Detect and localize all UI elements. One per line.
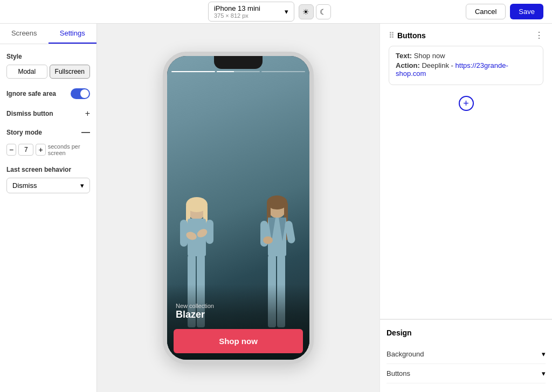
style-toggle: Modal Fullscreen	[6, 65, 90, 79]
device-selector[interactable]: iPhone 13 mini 375 × 812 px ▾	[208, 2, 294, 22]
button-text-key: Text:	[396, 52, 412, 60]
svg-rect-5	[180, 220, 188, 247]
story-mode-row: Story mode —	[6, 128, 90, 137]
seconds-decrease-button[interactable]: −	[6, 144, 16, 156]
progress-bar-3	[261, 71, 305, 72]
buttons-header: ⠿ Buttons ⋮	[389, 30, 543, 40]
main-layout: Screens Settings Style Modal Fullscreen …	[0, 24, 552, 392]
seconds-input[interactable]	[18, 144, 33, 156]
add-dismiss-button-icon[interactable]: +	[85, 109, 90, 118]
theme-light-button[interactable]: ☀	[299, 4, 314, 19]
sidebar-tabs: Screens Settings	[0, 24, 96, 44]
button-action-type: Deeplink -	[422, 61, 453, 69]
tab-screens[interactable]: Screens	[0, 24, 49, 44]
dismiss-button-label: Dismiss button	[6, 110, 53, 117]
button-action-row: Action: Deeplink - https://23grande-shop…	[396, 61, 536, 78]
design-background-label: Background	[387, 350, 424, 358]
tab-settings[interactable]: Settings	[49, 24, 97, 44]
phone-collection-label: New collection	[176, 303, 301, 309]
design-title: Design	[387, 328, 546, 337]
story-mode-group: Story mode — − + seconds per screen	[6, 128, 90, 156]
save-button[interactable]: Save	[510, 4, 543, 19]
ignore-safe-area-label: Ignore safe area	[6, 90, 56, 97]
device-size: 375 × 812 px	[214, 12, 280, 19]
story-mode-label: Story mode	[6, 129, 42, 136]
phone-mockup: New collection Blazer Shop now	[163, 52, 314, 364]
button-item: Text: Shop now Action: Deeplink - https:…	[389, 46, 543, 85]
buttons-title-text: Buttons	[397, 31, 426, 40]
more-options-icon[interactable]: ⋮	[535, 30, 543, 40]
svg-point-20	[263, 236, 273, 244]
chevron-down-icon: ▾	[542, 350, 546, 358]
design-buttons-label: Buttons	[387, 369, 410, 377]
phone-shop-button[interactable]: Shop now	[174, 329, 303, 353]
ignore-safe-area-toggle[interactable]	[71, 88, 90, 99]
settings-sidebar: Screens Settings Style Modal Fullscreen …	[0, 24, 97, 392]
ignore-safe-area-group: Ignore safe area	[6, 88, 90, 99]
design-panel: Design Background ▾ Buttons ▾	[380, 319, 552, 392]
topbar-actions: Cancel Save	[466, 4, 543, 19]
collapse-story-icon[interactable]: —	[81, 128, 90, 137]
last-screen-label: Last screen behavior	[6, 166, 90, 173]
topbar: iPhone 13 mini 375 × 812 px ▾ ☀ ☾ Cancel…	[0, 0, 552, 24]
topbar-center: iPhone 13 mini 375 × 812 px ▾ ☀ ☾	[208, 2, 331, 22]
add-button-icon[interactable]: +	[459, 96, 474, 111]
button-text-row: Text: Shop now	[396, 52, 536, 60]
design-background-item[interactable]: Background ▾	[387, 345, 546, 364]
dismiss-button-group: Dismiss button +	[6, 109, 90, 118]
design-buttons-item[interactable]: Buttons ▾	[387, 364, 546, 383]
progress-bar-2	[217, 71, 260, 72]
ignore-safe-area-row: Ignore safe area	[6, 88, 90, 99]
device-name: iPhone 13 mini	[214, 4, 280, 12]
seconds-label: seconds per screen	[48, 143, 90, 156]
last-screen-value: Dismiss	[12, 181, 37, 190]
seconds-increase-button[interactable]: +	[36, 144, 45, 156]
chevron-down-icon: ▾	[285, 8, 288, 16]
phone-progress-bars	[171, 71, 305, 72]
theme-toggle: ☀ ☾	[299, 4, 331, 19]
last-screen-dropdown[interactable]: Dismiss ▾	[6, 178, 90, 193]
phone-product-name: Blazer	[176, 309, 301, 320]
style-modal-button[interactable]: Modal	[6, 65, 47, 79]
buttons-section: ⠿ Buttons ⋮ Text: Shop now Action: Deepl…	[380, 24, 552, 319]
style-label: Style	[6, 53, 90, 60]
chevron-down-icon: ▾	[542, 369, 546, 377]
button-text-value: Shop now	[414, 52, 445, 60]
phone-notch	[214, 56, 263, 69]
style-group: Style Modal Fullscreen	[6, 53, 90, 79]
buttons-config-panel: ⠿ Buttons ⋮ Text: Shop now Action: Deepl…	[380, 24, 552, 392]
theme-dark-button[interactable]: ☾	[316, 4, 331, 19]
buttons-title: ⠿ Buttons	[389, 31, 426, 40]
button-action-key: Action:	[396, 61, 420, 69]
style-fullscreen-button[interactable]: Fullscreen	[50, 65, 91, 79]
drag-icon: ⠿	[389, 31, 394, 40]
cancel-button[interactable]: Cancel	[466, 4, 506, 19]
chevron-down-icon: ▾	[80, 181, 84, 190]
sidebar-content: Style Modal Fullscreen Ignore safe area …	[0, 44, 96, 202]
seconds-control: − + seconds per screen	[6, 143, 90, 156]
last-screen-group: Last screen behavior Dismiss ▾	[6, 166, 90, 193]
progress-bar-1	[171, 71, 215, 72]
dismiss-button-row: Dismiss button +	[6, 109, 90, 118]
canvas: New collection Blazer Shop now	[97, 24, 380, 392]
add-button-row: +	[389, 89, 543, 117]
phone-screen: New collection Blazer Shop now	[167, 56, 309, 360]
